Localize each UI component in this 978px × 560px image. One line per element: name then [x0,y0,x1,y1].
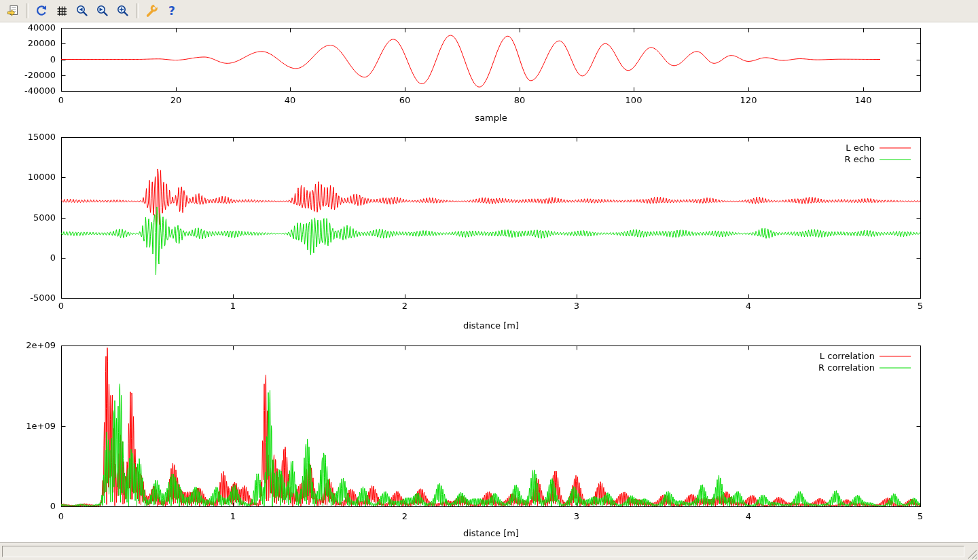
replot-button[interactable] [32,1,51,20]
toolbar-separator [136,3,139,18]
gnuplot-window: ? [0,0,978,560]
plot-area [0,22,978,542]
echo-plot-canvas[interactable] [0,128,978,338]
grid-icon [55,4,69,18]
correlation-plot-canvas[interactable] [0,338,978,542]
clipboard-icon [6,4,20,18]
copy-to-clipboard-button[interactable] [3,1,22,20]
toolbar-separator [26,3,29,18]
status-field [2,546,964,557]
help-icon: ? [168,5,175,17]
status-bar [0,542,978,560]
signal-plot-canvas[interactable] [0,22,978,128]
zoom-previous-button[interactable] [73,1,92,20]
help-button[interactable]: ? [162,1,181,20]
autoscale-button[interactable] [113,1,132,20]
wrench-icon [145,4,158,18]
refresh-icon [35,4,48,18]
toolbar: ? [0,0,978,22]
configure-button[interactable] [142,1,161,20]
autoscale-icon [116,4,130,18]
zoom-previous-icon [75,4,89,18]
zoom-next-button[interactable] [93,1,112,20]
toggle-grid-button[interactable] [52,1,71,20]
resize-grip[interactable] [967,549,977,559]
zoom-next-icon [96,4,109,18]
